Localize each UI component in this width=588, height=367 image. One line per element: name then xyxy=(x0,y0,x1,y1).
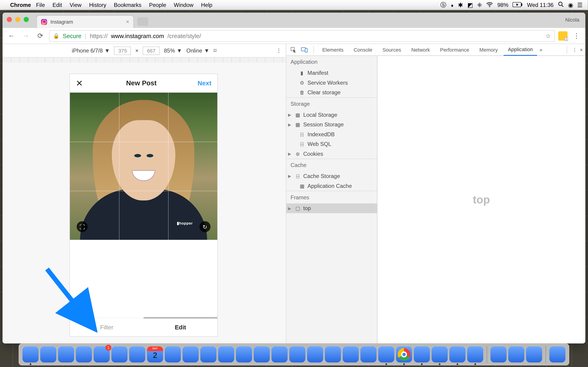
dock-app-photos[interactable] xyxy=(218,346,234,362)
dock-trash[interactable] xyxy=(549,346,565,362)
window-zoom-button[interactable] xyxy=(24,17,29,22)
extension-icon[interactable] xyxy=(558,31,568,41)
viewport-width-input[interactable] xyxy=(114,46,131,55)
viewport-height-input[interactable] xyxy=(143,46,160,55)
dock-app-launchpad[interactable] xyxy=(58,346,74,362)
forward-button[interactable]: → xyxy=(20,30,32,41)
sidebar-item-websql[interactable]: ⌸Web SQL xyxy=(286,139,377,149)
menu-history[interactable]: History xyxy=(89,2,106,8)
menu-help[interactable]: Help xyxy=(201,2,212,8)
dock-minimized-window[interactable] xyxy=(508,346,524,362)
sidebar-item-session-storage[interactable]: ▶▦Session Storage xyxy=(286,120,377,129)
dock-app-calendar[interactable]: MAY2 xyxy=(147,346,163,362)
toggle-device-icon[interactable] xyxy=(300,47,309,53)
photo-preview[interactable]: ▮hopper ⛶ ↻ xyxy=(70,93,217,240)
siri-menubar-icon[interactable]: ◉ xyxy=(568,1,573,8)
sidebar-item-indexeddb[interactable]: ⌸IndexedDB xyxy=(286,129,377,139)
dock-app-evernote[interactable] xyxy=(432,346,448,362)
rotate-device-icon[interactable]: ⌑ xyxy=(214,48,216,54)
devtools-tab-performance[interactable]: Performance xyxy=(436,44,474,56)
spotlight-icon[interactable] xyxy=(558,1,564,8)
dock-app-itunes[interactable] xyxy=(325,346,341,362)
notification-center-icon[interactable]: ☰ xyxy=(577,1,583,8)
browser-tab[interactable]: Instagram × xyxy=(36,15,134,28)
sidebar-item-cache-storage[interactable]: ▶⌸Cache Storage xyxy=(286,171,377,181)
devtools-tab-sources[interactable]: Sources xyxy=(378,44,405,56)
new-tab-button[interactable] xyxy=(137,17,148,26)
dock-app-chrome[interactable] xyxy=(396,346,412,362)
menu-bookmarks[interactable]: Bookmarks xyxy=(114,2,141,8)
dock-app-sublime[interactable] xyxy=(378,346,394,362)
dock-app-word[interactable] xyxy=(307,346,323,362)
evernote-menubar-icon[interactable]: ✱ xyxy=(458,1,463,8)
dock-app-maps[interactable] xyxy=(183,346,199,362)
tab-close-button[interactable]: × xyxy=(126,19,129,25)
dock-app-messages[interactable] xyxy=(236,346,252,362)
dock-app-contacts[interactable] xyxy=(129,346,145,362)
dock-app-siri[interactable] xyxy=(40,346,56,362)
menu-file[interactable]: File xyxy=(36,2,45,8)
menu-view[interactable]: View xyxy=(69,2,82,8)
back-button[interactable]: ← xyxy=(6,30,17,41)
inspect-element-icon[interactable] xyxy=(289,47,298,53)
devtools-tab-elements[interactable]: Elements xyxy=(318,44,348,56)
dock-minimized-window[interactable] xyxy=(490,346,506,362)
sidebar-item-app-cache[interactable]: ▦Application Cache xyxy=(286,181,377,191)
device-bar-menu[interactable]: ⋮ xyxy=(276,48,282,54)
menu-people[interactable]: People xyxy=(149,2,166,8)
window-minimize-button[interactable] xyxy=(15,17,20,22)
reload-button[interactable]: ⟳ xyxy=(35,30,46,41)
window-close-button[interactable] xyxy=(7,17,12,22)
menu-window[interactable]: Window xyxy=(174,2,193,8)
sidebar-item-top-frame[interactable]: ▶▢top xyxy=(286,203,377,213)
sidebar-item-cookies[interactable]: ▶⊛Cookies xyxy=(286,149,377,158)
tab-filter[interactable]: Filter xyxy=(70,318,144,336)
dock-app-appstore[interactable]: 1 xyxy=(94,346,110,362)
dock-app-spotify[interactable] xyxy=(414,346,430,362)
zoom-select[interactable]: 85% ▼ xyxy=(164,48,182,54)
dock-app-facetime[interactable] xyxy=(254,346,270,362)
skype-menubar-icon[interactable]: Ⓢ xyxy=(440,1,446,9)
dock-app-notes[interactable] xyxy=(165,346,181,362)
devtools-tab-application[interactable]: Application xyxy=(504,44,537,56)
chrome-profile-name[interactable]: Nicola xyxy=(565,17,579,23)
sidebar-item-manifest[interactable]: ▮Manifest xyxy=(286,68,377,78)
chrome-menu-button[interactable]: ⋮ xyxy=(571,30,582,41)
devtools-close-icon[interactable]: × xyxy=(580,47,583,53)
dock-app-sysprefs[interactable] xyxy=(360,346,376,362)
menubar-clock[interactable]: Wed 11:36 xyxy=(527,2,554,8)
tab-edit[interactable]: Edit xyxy=(144,318,217,336)
devtools-settings-icon[interactable]: ⋮ xyxy=(572,47,577,53)
expand-crop-icon[interactable]: ⛶ xyxy=(77,221,88,232)
dropbox-menubar-icon[interactable]: ⬧ xyxy=(450,1,454,8)
sidebar-item-service-workers[interactable]: ⚙Service Workers xyxy=(286,78,377,87)
wifi-menubar-icon[interactable] xyxy=(486,1,493,8)
dock-app-skype[interactable] xyxy=(467,346,483,362)
address-bar[interactable]: 🔒 Secure | https://www.instagram.com/cre… xyxy=(49,30,555,42)
throttle-select[interactable]: Online ▼ xyxy=(186,48,209,54)
bluetooth-menubar-icon[interactable]: ⁜ xyxy=(477,1,482,8)
dock-app-keynote[interactable] xyxy=(271,346,288,362)
close-icon[interactable]: ✕ xyxy=(76,78,85,88)
menubar-app-name[interactable]: Chrome xyxy=(10,2,31,8)
dock-app-mail[interactable] xyxy=(111,346,128,362)
dock-app-photobooth[interactable] xyxy=(200,346,216,362)
dock-minimized-window[interactable] xyxy=(526,346,542,362)
devtools-tab-memory[interactable]: Memory xyxy=(475,44,502,56)
adrive-menubar-icon[interactable]: ◩ xyxy=(467,1,473,8)
device-select[interactable]: iPhone 6/7/8 ▼ xyxy=(72,48,110,54)
dock-app-whatsapp[interactable] xyxy=(449,346,465,362)
dock-app-ibooks[interactable] xyxy=(343,346,359,362)
dock-app-finder[interactable] xyxy=(23,346,39,362)
bookmark-star-icon[interactable]: ☆ xyxy=(545,32,551,39)
sidebar-item-local-storage[interactable]: ▶▦Local Storage xyxy=(286,110,377,119)
devtools-tab-network[interactable]: Network xyxy=(407,44,434,56)
rotate-photo-icon[interactable]: ↻ xyxy=(199,221,211,232)
next-button[interactable]: Next xyxy=(198,80,211,87)
dock-app-numbers[interactable] xyxy=(289,346,305,362)
sidebar-item-clear-storage[interactable]: 🗑Clear storage xyxy=(286,88,377,97)
dock-app-safari[interactable] xyxy=(76,346,92,362)
battery-icon[interactable] xyxy=(513,1,523,8)
devtools-more-tabs-icon[interactable]: » xyxy=(540,47,542,53)
devtools-tab-console[interactable]: Console xyxy=(349,44,376,56)
